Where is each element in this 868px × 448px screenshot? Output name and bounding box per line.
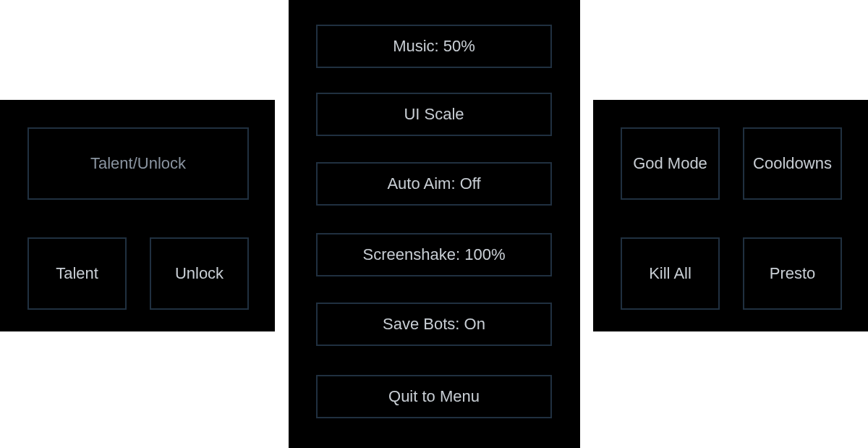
unlock-button[interactable]: Unlock: [150, 237, 249, 310]
presto-button[interactable]: Presto: [743, 237, 842, 310]
ui-scale-button[interactable]: UI Scale: [316, 93, 552, 136]
kill-all-button[interactable]: Kill All: [621, 237, 720, 310]
cooldowns-button[interactable]: Cooldowns: [743, 127, 842, 200]
settings-panel: Music: 50% UI Scale Auto Aim: Off Screen…: [289, 0, 580, 448]
talent-button[interactable]: Talent: [27, 237, 127, 310]
screenshake-button[interactable]: Screenshake: 100%: [316, 233, 552, 276]
god-mode-button[interactable]: God Mode: [621, 127, 720, 200]
cheat-panel: God Mode Cooldowns Kill All Presto: [593, 100, 868, 331]
save-bots-button[interactable]: Save Bots: On: [316, 303, 552, 346]
talent-unlock-button[interactable]: Talent/Unlock: [27, 127, 249, 200]
quit-to-menu-button[interactable]: Quit to Menu: [316, 375, 552, 418]
auto-aim-button[interactable]: Auto Aim: Off: [316, 162, 552, 206]
talent-panel: Talent/Unlock Talent Unlock: [0, 100, 275, 331]
music-volume-button[interactable]: Music: 50%: [316, 25, 552, 68]
